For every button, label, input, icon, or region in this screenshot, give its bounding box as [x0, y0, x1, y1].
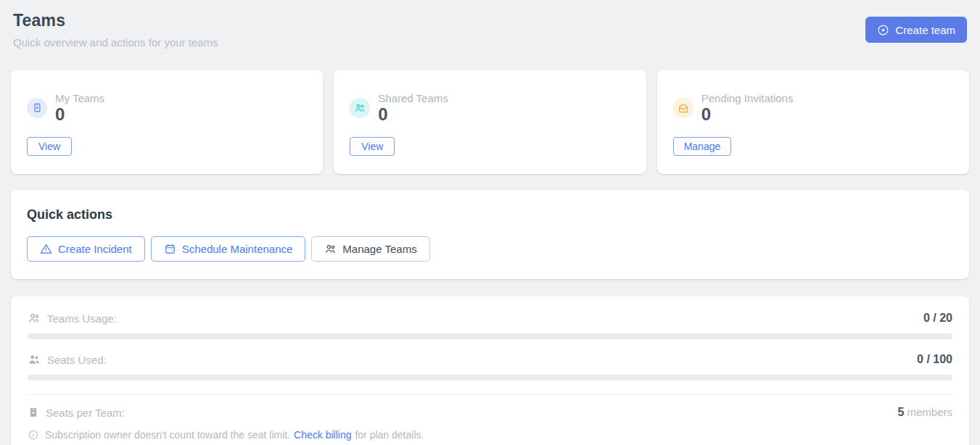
stat-cards-row: My Teams 0 View Shared Teams 0 Vi: [11, 70, 969, 174]
stat-label: Pending Invitations: [701, 92, 794, 104]
pending-invitations-manage-button[interactable]: Manage: [673, 137, 732, 156]
seats-per-team-label: Seats per Team:: [46, 407, 125, 419]
stat-head: Pending Invitations 0: [673, 92, 953, 123]
note-text-after: for plan details.: [355, 429, 424, 441]
seats-used-label: Seats Used:: [47, 354, 107, 366]
users-outline-icon: [28, 312, 41, 325]
teams-page: Teams Quick overview and actions for you…: [0, 0, 980, 445]
plus-circle-icon: [877, 24, 889, 36]
calendar-icon: [164, 243, 176, 255]
usage-divider: [28, 394, 952, 395]
pending-invitations-card: Pending Invitations 0 Manage: [657, 70, 969, 174]
info-icon: [28, 429, 39, 441]
seats-per-team-value: 5: [897, 406, 904, 418]
shared-teams-card: Shared Teams 0 View: [334, 70, 646, 174]
shared-teams-view-button[interactable]: View: [350, 137, 395, 156]
stat-value: 0: [55, 106, 104, 123]
my-teams-view-button[interactable]: View: [27, 137, 72, 156]
page-header-text: Teams Quick overview and actions for you…: [13, 11, 218, 49]
seats-used-label-group: Seats Used:: [28, 353, 107, 366]
seats-per-team-unit: members: [907, 406, 952, 418]
quick-actions-card: Quick actions Create Incident Schedule M…: [11, 190, 969, 279]
create-team-label: Create team: [895, 24, 955, 36]
teams-usage-value: 0 / 20: [923, 312, 952, 325]
stat-texts: My Teams 0: [55, 92, 104, 123]
manage-teams-label: Manage Teams: [342, 243, 416, 255]
teams-usage-row: Teams Usage: 0 / 20: [28, 312, 952, 325]
badge-icon: [27, 98, 47, 118]
users-icon: [324, 243, 337, 255]
manage-teams-button[interactable]: Manage Teams: [311, 236, 429, 262]
quick-actions-heading: Quick actions: [27, 207, 953, 222]
schedule-maintenance-label: Schedule Maintenance: [182, 243, 293, 255]
stat-texts: Shared Teams 0: [378, 92, 448, 123]
stat-head: Shared Teams 0: [350, 92, 630, 123]
page-header: Teams Quick overview and actions for you…: [11, 0, 969, 49]
seats-used-row: Seats Used: 0 / 100: [28, 353, 952, 366]
seats-per-team-label-group: Seats per Team:: [28, 407, 125, 419]
teams-usage-label-group: Teams Usage:: [28, 312, 117, 325]
open-envelope-icon: [673, 98, 693, 118]
page-title: Teams: [13, 11, 218, 30]
warning-triangle-icon: [40, 243, 52, 255]
seat-limit-note: Subscription owner doesn't count toward …: [28, 429, 952, 441]
teams-usage-progressbar: [28, 333, 952, 339]
quick-actions-row: Create Incident Schedule Maintenance: [27, 236, 953, 262]
create-team-button[interactable]: Create team: [865, 17, 967, 43]
stat-texts: Pending Invitations 0: [701, 92, 794, 123]
stat-label: My Teams: [55, 92, 104, 104]
stat-head: My Teams 0: [27, 92, 307, 123]
page-subtitle: Quick overview and actions for your team…: [13, 36, 218, 49]
note-text: Subscription owner doesn't count toward …: [45, 429, 424, 441]
my-teams-card: My Teams 0 View: [11, 70, 323, 174]
stat-value: 0: [701, 106, 794, 123]
seats-per-team-row: Seats per Team: 5 members: [28, 406, 952, 419]
seats-used-progressbar: [28, 375, 952, 380]
usage-card: Teams Usage: 0 / 20 Seats Used: 0 / 100: [11, 296, 969, 445]
badge-icon: [28, 407, 39, 418]
seats-per-team-value-group: 5 members: [897, 406, 952, 419]
note-text-before: Subscription owner doesn't count toward …: [45, 429, 290, 441]
users-filled-icon: [28, 353, 41, 366]
teams-usage-label: Teams Usage:: [47, 312, 117, 325]
schedule-maintenance-button[interactable]: Schedule Maintenance: [151, 236, 306, 262]
users-icon: [350, 98, 370, 118]
seats-used-value: 0 / 100: [917, 353, 952, 366]
stat-value: 0: [378, 106, 448, 123]
check-billing-link[interactable]: Check billing: [294, 429, 351, 441]
stat-label: Shared Teams: [378, 92, 448, 104]
create-incident-button[interactable]: Create Incident: [27, 236, 145, 262]
create-incident-label: Create Incident: [58, 243, 132, 255]
